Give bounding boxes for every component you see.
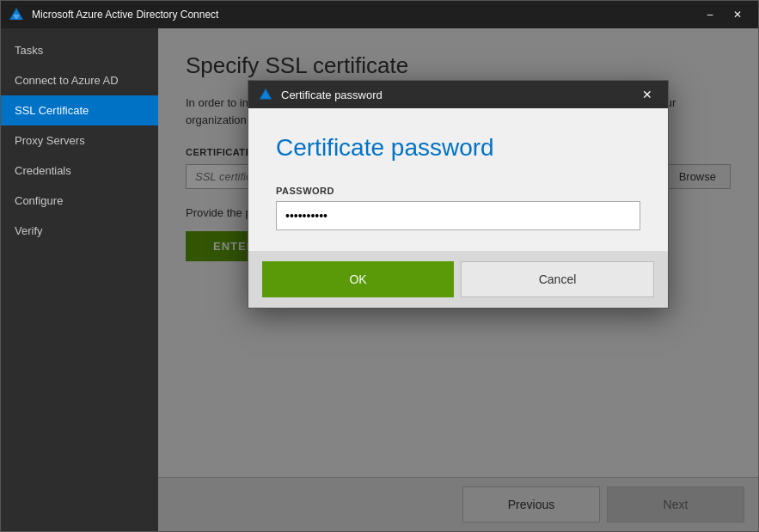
sidebar-item-verify[interactable]: Verify <box>1 216 158 246</box>
password-field-label: PASSWORD <box>276 186 640 196</box>
app-icon <box>8 6 25 23</box>
modal-title: Certificate password <box>281 89 635 101</box>
sidebar-item-tasks[interactable]: Tasks <box>1 35 158 65</box>
sidebar-item-connect-azure-ad[interactable]: Connect to Azure AD <box>1 65 158 95</box>
content-main: Specify SSL certificate In order to inst… <box>158 28 758 477</box>
sidebar: Tasks Connect to Azure AD SSL Certificat… <box>1 28 158 531</box>
modal-heading: Certificate password <box>276 134 640 162</box>
password-input[interactable] <box>276 201 640 230</box>
modal-close-button[interactable]: ✕ <box>635 83 659 107</box>
close-button[interactable]: ✕ <box>724 1 751 28</box>
modal-body: Certificate password PASSWORD <box>248 108 668 251</box>
main-content: Tasks Connect to Azure AD SSL Certificat… <box>1 28 758 531</box>
sidebar-item-credentials[interactable]: Credentials <box>1 156 158 186</box>
sidebar-item-proxy-servers[interactable]: Proxy Servers <box>1 125 158 156</box>
modal-title-bar: Certificate password ✕ <box>248 81 668 108</box>
modal-overlay: Certificate password ✕ Certificate passw… <box>158 28 758 477</box>
cancel-button[interactable]: Cancel <box>461 261 654 297</box>
modal-footer: OK Cancel <box>248 251 668 308</box>
certificate-password-modal: Certificate password ✕ Certificate passw… <box>248 80 669 309</box>
sidebar-item-configure[interactable]: Configure <box>1 186 158 216</box>
window-title: Microsoft Azure Active Directory Connect <box>32 9 696 21</box>
content-area: Specify SSL certificate In order to inst… <box>158 28 758 531</box>
sidebar-item-ssl-certificate[interactable]: SSL Certificate <box>1 95 158 125</box>
modal-app-icon <box>257 86 274 103</box>
window-controls: – ✕ <box>696 1 751 28</box>
title-bar: Microsoft Azure Active Directory Connect… <box>1 1 758 28</box>
ok-button[interactable]: OK <box>262 261 454 297</box>
minimize-button[interactable]: – <box>696 1 724 28</box>
main-window: Microsoft Azure Active Directory Connect… <box>0 0 759 532</box>
